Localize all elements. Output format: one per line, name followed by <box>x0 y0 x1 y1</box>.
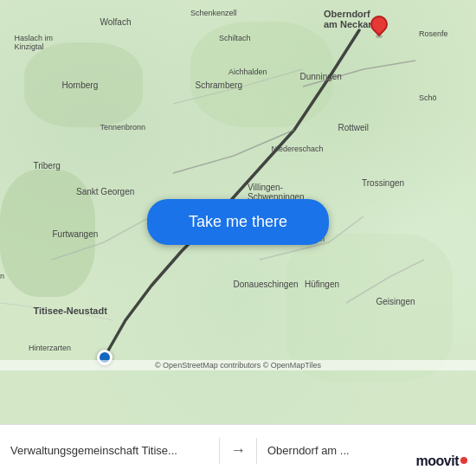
moovit-logo: moovit <box>416 453 467 469</box>
to-label: Oberndorf am ... <box>267 444 350 457</box>
from-label: Verwaltungsgemeinschaft Titise... <box>10 444 177 457</box>
from-section: Verwaltungsgemeinschaft Titise... <box>10 444 209 457</box>
map-attribution: © OpenStreetMap contributors © OpenMapTi… <box>0 360 476 370</box>
map-container: Haslach imKinzigtal Wolfach Schenkenzell… <box>0 0 476 424</box>
bar-divider <box>219 438 220 464</box>
destination-pin <box>370 16 388 38</box>
moovit-logo-text: moovit <box>416 453 459 469</box>
moovit-logo-dot <box>460 457 467 464</box>
direction-arrow: → <box>230 441 246 460</box>
take-me-there-button[interactable]: Take me there <box>147 199 329 245</box>
bottom-bar: Verwaltungsgemeinschaft Titise... → Ober… <box>0 424 476 476</box>
bar-divider-2 <box>256 438 257 464</box>
